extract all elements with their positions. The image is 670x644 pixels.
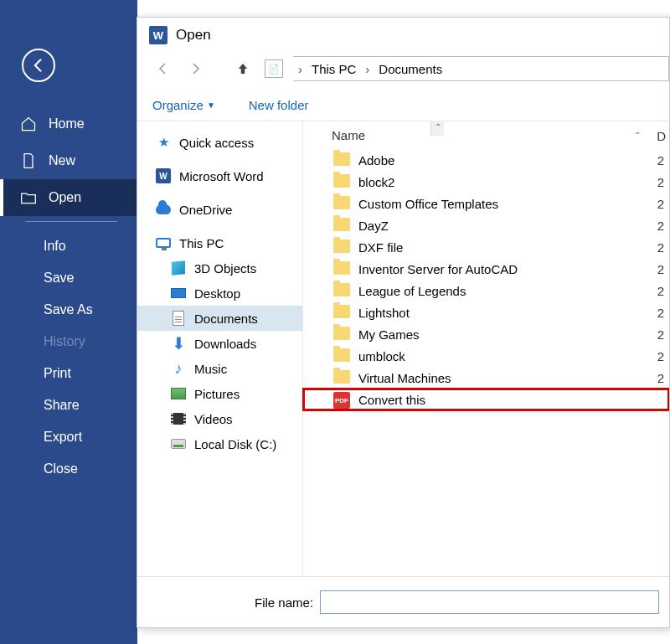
list-row[interactable]: Adobe2 <box>303 149 669 171</box>
word-backstage-sidebar: Home New Open Info Save Save As History … <box>0 0 137 644</box>
tree-item-music[interactable]: ♪Music <box>137 356 302 381</box>
tree-item-label: Quick access <box>179 136 254 150</box>
open-file-dialog: W Open 📄 › This PC › Documents Organize▼… <box>137 17 670 628</box>
folder-icon <box>333 196 350 209</box>
list-row[interactable]: Custom Office Templates2 <box>303 193 669 214</box>
sidebar-sub-info[interactable]: Info <box>0 230 137 262</box>
folder-icon <box>333 152 350 166</box>
list-row[interactable]: DayZ2 <box>303 214 669 236</box>
folder-tree[interactable]: ★Quick accessWMicrosoft WordOneDriveThis… <box>137 121 303 576</box>
file-meta: 2 <box>657 371 669 385</box>
dialog-toolbar: Organize▼ New folder <box>137 90 669 121</box>
disk-icon <box>171 439 186 449</box>
tree-item-downloads[interactable]: ⬇Downloads <box>137 331 302 356</box>
file-name: Inventor Server for AutoCAD <box>358 262 518 276</box>
list-row[interactable]: Virtual Machines2 <box>303 367 669 389</box>
breadcrumb-thispc[interactable]: This PC <box>306 60 362 78</box>
word-icon: W <box>156 168 171 183</box>
list-row[interactable]: PDFConvert this <box>303 389 669 410</box>
star-icon: ★ <box>158 135 169 150</box>
list-row[interactable]: My Games2 <box>303 323 669 345</box>
file-name: DXF file <box>358 240 403 255</box>
sidebar-item-label: Home <box>49 116 85 131</box>
organize-dropdown[interactable]: Organize▼ <box>152 98 215 112</box>
tree-item-label: Music <box>194 362 227 376</box>
file-name: block2 <box>358 175 394 189</box>
list-row[interactable]: DXF file2 <box>303 236 669 258</box>
pdf-icon: PDF <box>333 392 350 409</box>
list-row[interactable]: umblock2 <box>303 345 669 367</box>
tree-item-msword[interactable]: WMicrosoft Word <box>137 163 302 188</box>
tree-item-cdisk[interactable]: Local Disk (C:) <box>137 431 302 456</box>
breadcrumb-documents[interactable]: Documents <box>373 60 448 78</box>
cloud-icon <box>156 204 171 214</box>
dialog-footer: File name: <box>137 576 669 627</box>
sidebar-item-home[interactable]: Home <box>0 106 137 142</box>
file-meta: 2 <box>657 240 669 255</box>
address-bar[interactable]: › This PC › Documents <box>293 56 669 81</box>
sidebar-sub-saveas[interactable]: Save As <box>0 294 137 326</box>
tree-item-quick[interactable]: ★Quick access <box>137 130 302 155</box>
download-icon: ⬇ <box>172 337 186 350</box>
column-name[interactable]: Name <box>332 128 365 142</box>
sidebar-item-open[interactable]: Open <box>0 179 137 216</box>
sidebar-item-label: Open <box>49 190 81 205</box>
file-meta: 2 <box>657 284 669 298</box>
list-row[interactable]: Inventor Server for AutoCAD2 <box>303 258 669 280</box>
sidebar-item-label: New <box>49 153 75 168</box>
tree-item-desktop[interactable]: Desktop <box>137 281 302 306</box>
file-name: Adobe <box>358 153 394 167</box>
sidebar-sub-print[interactable]: Print <box>0 358 137 389</box>
file-name-input[interactable] <box>320 590 659 614</box>
tree-item-label: Downloads <box>194 337 256 351</box>
sidebar-sub-close[interactable]: Close <box>0 453 137 485</box>
sidebar-sub-save[interactable]: Save <box>0 262 137 294</box>
location-icon[interactable]: 📄 <box>265 59 283 78</box>
pictures-icon <box>171 388 186 399</box>
back-button[interactable] <box>22 49 55 82</box>
folder-icon <box>333 283 350 296</box>
tree-item-label: Desktop <box>194 286 240 301</box>
file-meta: 2 <box>657 262 669 276</box>
tree-item-label: OneDrive <box>179 203 232 217</box>
nav-forward-button[interactable] <box>184 57 208 80</box>
nav-up-button[interactable] <box>231 57 255 80</box>
folder-icon <box>333 370 350 384</box>
list-row[interactable]: block22 <box>303 171 669 193</box>
tree-item-3d[interactable]: 3D Objects <box>137 255 302 281</box>
sort-indicator-icon: ⌃ <box>634 131 641 140</box>
folder-icon <box>333 218 350 231</box>
tree-item-label: Microsoft Word <box>179 169 264 183</box>
dialog-titlebar: W Open <box>137 18 669 56</box>
tree-item-documents[interactable]: Documents <box>137 306 302 331</box>
desktop-icon <box>171 288 186 298</box>
new-folder-button[interactable]: New folder <box>249 98 309 112</box>
file-meta: 2 <box>657 327 669 342</box>
tree-item-onedrive[interactable]: OneDrive <box>137 197 302 222</box>
list-row[interactable]: Lightshot2 <box>303 301 669 323</box>
sidebar-sub-share[interactable]: Share <box>0 389 137 421</box>
tree-item-label: Documents <box>194 312 258 326</box>
file-meta: 2 <box>657 349 669 363</box>
sidebar-sub-export[interactable]: Export <box>0 421 137 453</box>
tree-item-pictures[interactable]: Pictures <box>137 381 302 406</box>
tree-item-videos[interactable]: Videos <box>137 406 302 431</box>
file-list[interactable]: Name ⌃ D Adobe2block22Custom Office Temp… <box>303 121 669 576</box>
videos-icon <box>171 413 186 425</box>
tree-item-label: Local Disk (C:) <box>194 437 276 451</box>
documents-icon <box>173 311 184 326</box>
column-d[interactable]: D <box>657 129 666 143</box>
nav-back-button[interactable] <box>151 57 174 80</box>
list-row[interactable]: League of Legends2 <box>303 280 669 301</box>
tree-item-label: Videos <box>194 412 233 426</box>
open-folder-icon <box>20 189 37 206</box>
list-header[interactable]: Name ⌃ <box>303 121 669 149</box>
file-meta: 2 <box>657 197 669 211</box>
sidebar-item-new[interactable]: New <box>0 142 137 179</box>
file-name: umblock <box>358 349 405 363</box>
tree-item-thispc[interactable]: This PC <box>137 230 302 255</box>
new-doc-icon <box>20 152 37 169</box>
chevron-right-icon: › <box>365 62 369 76</box>
file-meta: 2 <box>657 219 669 233</box>
folder-icon <box>333 261 350 275</box>
